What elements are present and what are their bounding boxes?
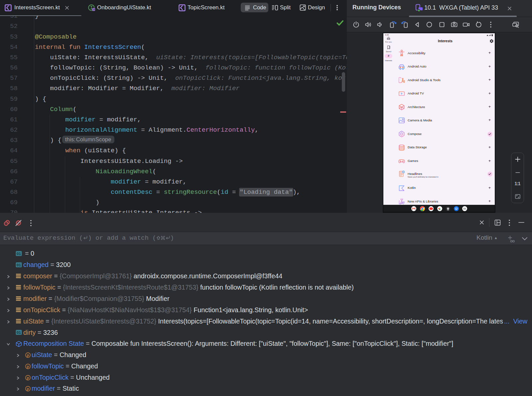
- svg-text:p: p: [27, 364, 29, 368]
- svg-text:01: 01: [17, 263, 21, 267]
- svg-text:p: p: [27, 353, 29, 357]
- svg-text:p: p: [27, 387, 29, 391]
- svg-text:01: 01: [17, 330, 21, 334]
- svg-text:01: 01: [17, 251, 21, 255]
- svg-text:p: p: [27, 376, 29, 380]
